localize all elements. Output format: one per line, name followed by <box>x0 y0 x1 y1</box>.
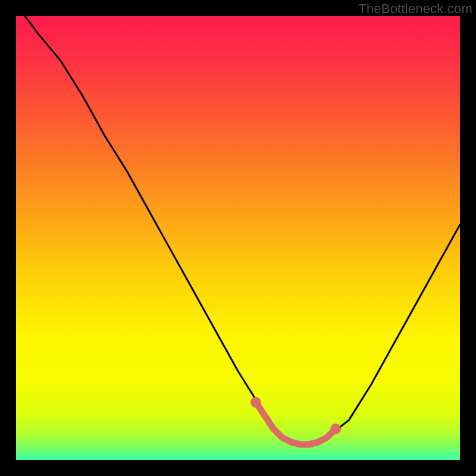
gradient-background <box>16 16 460 460</box>
bottleneck-plot <box>0 0 476 476</box>
watermark-text: TheBottleneck.com <box>358 1 472 17</box>
highlight-end-dot <box>250 397 261 408</box>
highlight-end-dot <box>330 424 341 434</box>
chart-stage: TheBottleneck.com <box>0 0 476 476</box>
